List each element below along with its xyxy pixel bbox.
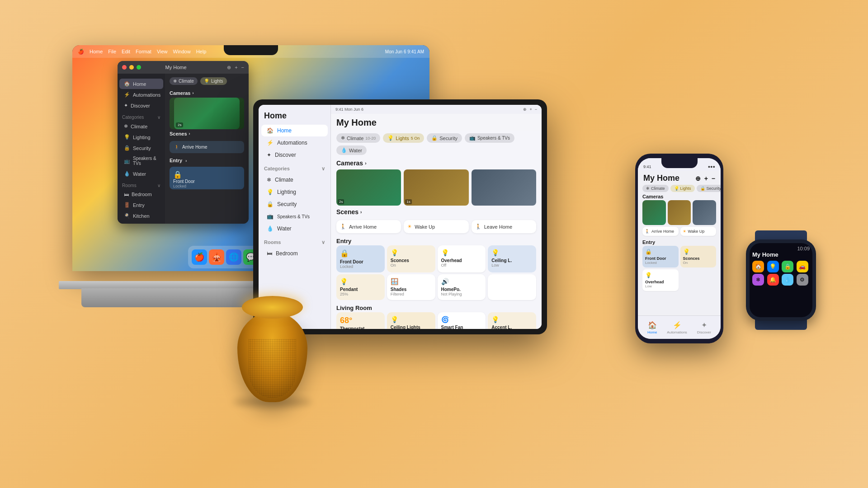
ipad-thermostat-tile[interactable]: 68° Thermostat Heating to 70 (336, 312, 385, 329)
mac-filter-climate[interactable]: ❄ Climate (170, 77, 198, 85)
ipad-entry-room-header: Entry (331, 235, 542, 245)
minus-icon[interactable]: − (241, 65, 244, 70)
add-icon[interactable]: + (235, 65, 237, 70)
watch-screen: 10:09 My Home 🏠 💡 🔒 🚗 ❄ 🔔 💧 ⚙ (750, 243, 812, 317)
iphone-screen: 9:41 ●●● My Home ⊕ + − ❄ Climate 💡 Light… (638, 158, 721, 339)
apple-menu[interactable]: 🍎 (78, 49, 84, 55)
ipad-filter-climate[interactable]: ❄ Climate 10-20 (336, 133, 380, 143)
sidebar-item-automations[interactable]: ⚡ Automations (119, 89, 163, 100)
sidebar-item-living-room[interactable]: 🛋 Living Room (119, 221, 163, 224)
sidebar-item-lighting[interactable]: 💡 Lighting (119, 132, 163, 142)
ceiling-lights-icon: 💡 (391, 316, 432, 323)
scene-leave-home[interactable]: 🚶 Leave Home (472, 220, 536, 233)
watch-app-climate[interactable]: ❄ (752, 274, 764, 286)
iphone-share-icon[interactable]: ⊕ (695, 175, 701, 182)
iphone-camera-1[interactable] (642, 200, 666, 225)
iphone-scene-wake[interactable]: ☀ Wake Up (680, 227, 717, 236)
ipad-cat-water[interactable]: 💧 Water (261, 223, 328, 235)
ipad-camera-2[interactable]: 1s (404, 169, 468, 206)
watch-app-home[interactable]: 🏠 (752, 261, 764, 272)
scene-arrive-home[interactable]: 🚶 Arrive Home (336, 220, 401, 233)
ipad-room-bedroom[interactable]: 🛏 Bedroom (261, 248, 328, 259)
ipad-filter-climate-icon: ❄ (341, 135, 345, 141)
dock-finder[interactable]: 🍎 (192, 249, 207, 265)
menu-file[interactable]: File (108, 49, 116, 54)
iphone-filter-climate[interactable]: ❄ Climate (642, 185, 669, 192)
menu-edit[interactable]: Edit (122, 49, 130, 54)
iphone-filter-bar: ❄ Climate 💡 Lights 🔒 Security (638, 185, 721, 192)
sidebar-item-climate[interactable]: ❄ Climate (119, 121, 163, 131)
bedroom-icon: 🛏 (124, 192, 129, 197)
iphone-filter-lights[interactable]: 💡 Lights (670, 185, 695, 192)
iphone-camera-2[interactable] (668, 200, 691, 225)
sidebar-item-bedroom[interactable]: 🛏 Bedroom (119, 189, 163, 199)
menu-window[interactable]: Window (173, 49, 191, 54)
ipad-accent-lights-tile[interactable]: 💡 Accent L. On (488, 312, 536, 329)
home-share-icon[interactable]: ⊕ (227, 65, 231, 70)
iphone-tab-home[interactable]: 🏠 Home (647, 321, 657, 334)
home-icon: 🏠 (124, 81, 130, 87)
iphone-sconces-icon: 💡 (683, 249, 714, 255)
mac-front-door-tile[interactable]: 🔒 Front Door Locked (170, 167, 244, 189)
menu-view[interactable]: View (157, 49, 168, 54)
watch-app-lights[interactable]: 💡 (767, 261, 779, 272)
scene-wake-up[interactable]: ☀ Wake Up (404, 220, 468, 233)
ipad-cat-lighting[interactable]: 💡 Lighting (261, 186, 328, 198)
dock-safari[interactable]: 🌐 (226, 249, 241, 265)
ipad-sconces-tile[interactable]: 💡 Sconces On (387, 245, 435, 272)
ipad-cat-speakers[interactable]: 📺 Speakers & TVs (261, 211, 328, 222)
ipad-homepod-tile[interactable]: 🔊 HomePo. Not Playing (438, 274, 486, 300)
ipad-overhead-tile[interactable]: 💡 Overhead Off (438, 245, 486, 272)
iphone-minus-icon[interactable]: − (712, 175, 715, 182)
sidebar-item-entry[interactable]: 🚪 Entry (119, 200, 163, 210)
sidebar-item-security[interactable]: 🔒 Security (119, 143, 163, 153)
cameras-chevron-icon: › (365, 161, 366, 166)
iphone-tab-automations[interactable]: ⚡ Automations (667, 321, 687, 334)
menu-format[interactable]: Format (136, 49, 151, 54)
iphone-add-icon[interactable]: + (704, 175, 708, 182)
ipad-camera-1[interactable]: 2s (336, 169, 401, 206)
ipad-shades-tile[interactable]: 🪟 Shades Filtered (387, 274, 435, 300)
sidebar-item-discover[interactable]: ✦ Discover (119, 100, 163, 111)
watch-app-alarm[interactable]: 🔔 (767, 274, 779, 286)
sidebar-item-kitchen[interactable]: 🍳 Kitchen (119, 211, 163, 221)
ipad-sidebar-discover[interactable]: ✦ Discover (261, 149, 328, 161)
ipad-filter-speakers[interactable]: 📺 Speakers & TVs (465, 133, 514, 143)
ipad-ceiling-lights-tile[interactable]: 💡 Ceiling Lights 90% (387, 312, 435, 329)
ipad-front-door-tile[interactable]: 🔒 Front Door Locked (336, 245, 385, 272)
menu-help[interactable]: Help (196, 49, 207, 54)
mac-scene-arrive[interactable]: 🚶 Arrive Home (170, 141, 244, 153)
watch-app-settings[interactable]: ⚙ (797, 274, 808, 286)
sidebar-item-home[interactable]: 🏠 Home (119, 79, 163, 89)
ipad-camera-3[interactable] (472, 169, 536, 206)
watch-app-lock[interactable]: 🔒 (782, 261, 793, 272)
mac-filter-lights[interactable]: 💡 Lights (200, 77, 227, 85)
ipad-smart-fan-tile[interactable]: 🌀 Smart Fan Off (438, 312, 486, 329)
watch-app-water[interactable]: 💧 (782, 274, 793, 286)
menu-home[interactable]: Home (90, 49, 103, 54)
ipad-filter-security[interactable]: 🔒 Security (427, 133, 462, 143)
ipad-pendant-tile[interactable]: 💡 Pendant 25% (336, 274, 385, 300)
watch-app-garage[interactable]: 🚗 (797, 261, 808, 272)
ipad-cat-climate[interactable]: ❄ Climate (261, 174, 328, 186)
ipad-automations-icon: ⚡ (267, 140, 274, 146)
iphone-filter-security[interactable]: 🔒 Security (697, 185, 721, 192)
iphone-overhead-tile[interactable]: 💡 Overhead Low (642, 269, 679, 291)
sidebar-item-speakers-tvs[interactable]: 📺 Speakers & TVs (119, 154, 163, 168)
ipad-cat-security[interactable]: 🔒 Security (261, 198, 328, 210)
camera1-timestamp: 2s (338, 199, 344, 204)
ipad-filter-lights[interactable]: 💡 Lights 5 On (383, 133, 424, 143)
ipad-sidebar-automations[interactable]: ⚡ Automations (261, 137, 328, 149)
close-button[interactable] (122, 65, 127, 70)
dock-launchpad[interactable]: 🎪 (209, 249, 224, 265)
ipad-filter-water[interactable]: 💧 Water (336, 145, 367, 155)
iphone-sconces-tile[interactable]: 💡 Sconces On (680, 246, 717, 267)
iphone-front-door-tile[interactable]: 🔒 Front Door Locked (642, 246, 679, 267)
mac-entry-header: Entry › (165, 156, 249, 165)
iphone-tab-discover[interactable]: ✦ Discover (697, 321, 711, 334)
ipad-ceiling-tile[interactable]: 💡 Ceiling L. Low (488, 245, 536, 272)
ipad-sidebar-home[interactable]: 🏠 Home (261, 125, 328, 136)
iphone-scene-arrive[interactable]: 🚶 Arrive Home (642, 227, 679, 236)
sidebar-item-water[interactable]: 💧 Water (119, 169, 163, 179)
iphone-camera-3[interactable] (693, 200, 716, 225)
